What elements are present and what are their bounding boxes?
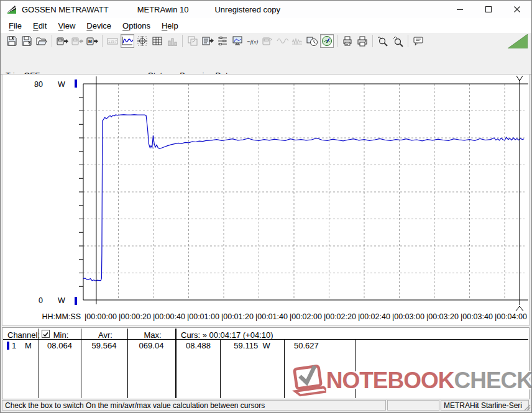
table-header-divider <box>3 339 528 340</box>
cursor2-number: 59.115 <box>234 341 258 350</box>
power-trace <box>83 115 524 281</box>
measurement-table: Channel: Min: Avr: Max: Curs: » 00:04:17… <box>2 327 530 399</box>
x-tick-label: |00:03:00 <box>392 312 424 321</box>
table-gridline <box>175 329 177 398</box>
table-gridline <box>81 329 81 398</box>
resize-grip-icon[interactable] <box>522 402 531 411</box>
x-tick-label: |00:01:40 <box>255 312 288 321</box>
statusbar-device: METRAHit Starline-Seri <box>441 400 529 411</box>
avr-value: 59.564 <box>81 341 127 350</box>
x-axis-format-label: HH:MM:SS <box>42 312 81 321</box>
y-axis-bottom-marker <box>75 297 77 305</box>
min-value: 08.064 <box>39 341 81 350</box>
channel-number: 1 <box>12 341 16 350</box>
max-value: 069.04 <box>127 341 175 350</box>
app-window: GOSSEN METRAWATT METRAwin 10 Unregistere… <box>0 0 532 413</box>
column-header-max: Max: <box>129 330 177 340</box>
table-gridline <box>127 329 128 398</box>
cursor2-value: 59.115 W <box>220 341 284 350</box>
x-tick-label: |00:04:00 <box>495 312 527 321</box>
x-tick-label: |00:01:20 <box>221 312 254 321</box>
column-header-cursor: Curs: » 00:04:17 (+04:10) <box>181 330 273 340</box>
x-tick-label: |00:02:00 <box>290 312 322 321</box>
statusbar-spacer <box>387 400 439 411</box>
status-bar: Check the box to switch On the min/avr/m… <box>1 399 531 412</box>
y-axis-top-marker <box>75 79 77 88</box>
cursor-2-bottom-handle[interactable] <box>516 306 523 311</box>
channel-color-marker <box>7 342 9 350</box>
x-tick-label: |00:03:40 <box>461 312 493 321</box>
table-gridline <box>39 329 39 398</box>
y-unit-label: W <box>58 80 65 89</box>
x-tick-label: |00:00:00 <box>85 312 117 321</box>
x-tick-label: |00:02:20 <box>324 312 356 321</box>
channel-mode: M <box>25 341 32 350</box>
cursor2-unit: W <box>262 341 270 350</box>
statusbar-message: Check the box to switch On the min/avr/m… <box>2 400 386 411</box>
x-tick-label: |00:01:00 <box>187 312 219 321</box>
y-unit-label: W <box>58 296 65 305</box>
y-max-label: 80 <box>34 80 43 89</box>
x-tick-label: |00:03:20 <box>426 312 459 321</box>
column-header-min: Min: <box>40 330 82 340</box>
extra-value: 50.627 <box>284 341 355 350</box>
x-tick-label: |00:00:20 <box>119 312 151 321</box>
y-min-label: 0 <box>39 296 43 305</box>
x-tick-label: |00:00:40 <box>153 312 185 321</box>
cursor1-value: 08.488 <box>177 341 220 350</box>
table-gridline <box>355 339 356 398</box>
x-tick-label: |00:02:40 <box>358 312 390 321</box>
column-header-avr: Avr: <box>82 330 129 340</box>
column-header-channel: Channel: <box>7 330 40 340</box>
